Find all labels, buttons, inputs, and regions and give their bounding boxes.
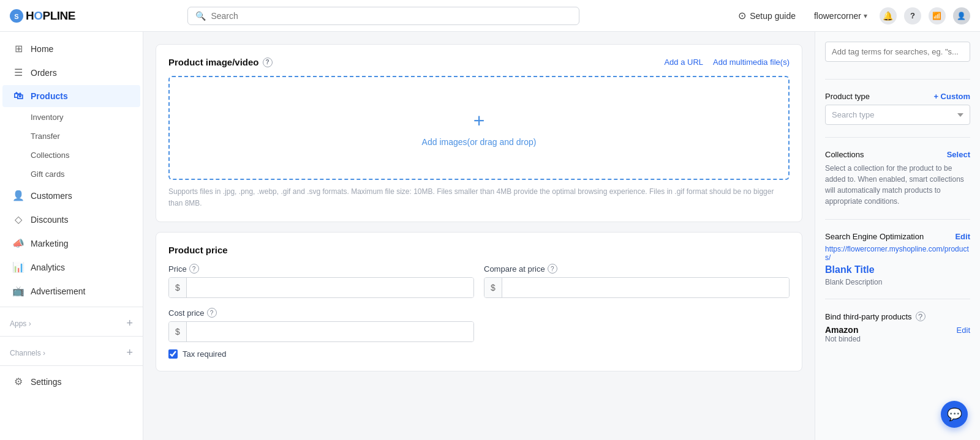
amazon-status: Not binded bbox=[825, 335, 970, 343]
product-image-actions: Add a URL Add multimedia file(s) bbox=[664, 58, 790, 67]
sidebar-item-label: Customers bbox=[31, 191, 72, 201]
product-image-help-icon[interactable]: ? bbox=[263, 58, 273, 67]
sidebar-item-customers[interactable]: 👤 Customers bbox=[2, 184, 140, 207]
apps-add-button[interactable]: + bbox=[126, 317, 133, 330]
sidebar-item-label: Settings bbox=[31, 377, 62, 387]
compare-price-help-icon[interactable]: ? bbox=[548, 264, 557, 274]
price-help-icon[interactable]: ? bbox=[189, 264, 199, 274]
amazon-edit-button[interactable]: Edit bbox=[957, 326, 970, 335]
bind-label: Bind third-party products bbox=[825, 312, 912, 321]
sidebar-item-discounts[interactable]: ◇ Discounts bbox=[2, 208, 140, 231]
product-type-section: Product type + Custom Search type bbox=[825, 92, 970, 138]
logo: S HOPLINE bbox=[10, 9, 108, 23]
sidebar-sub-item-inventory[interactable]: Inventory bbox=[2, 108, 140, 126]
discounts-icon: ◇ bbox=[12, 214, 24, 225]
tags-input[interactable] bbox=[825, 42, 970, 62]
store-name[interactable]: flowercorner ▾ bbox=[809, 9, 872, 23]
product-price-card: Product price Price ? $ bbox=[156, 232, 802, 371]
sidebar-sub-item-gift-cards[interactable]: Gift cards bbox=[2, 165, 140, 183]
svg-text:S: S bbox=[14, 12, 18, 20]
bind-help-icon[interactable]: ? bbox=[916, 311, 925, 321]
add-multimedia-button[interactable]: Add multimedia file(s) bbox=[713, 58, 790, 67]
price-input-wrapper: $ bbox=[168, 277, 474, 298]
help-button[interactable]: ? bbox=[904, 7, 921, 24]
custom-button[interactable]: + Custom bbox=[933, 92, 970, 101]
upload-hint: Supports files in .jpg, .png, .webp, .gi… bbox=[168, 186, 790, 209]
notification-button[interactable]: 🔔 bbox=[880, 7, 897, 24]
price-group: Price ? $ bbox=[168, 264, 474, 298]
compare-price-input[interactable] bbox=[502, 278, 789, 297]
avatar[interactable]: 👤 bbox=[953, 7, 970, 24]
seo-section: Search Engine Optimization Edit https://… bbox=[825, 232, 970, 299]
sidebar-divider-3 bbox=[0, 365, 143, 366]
products-icon: 🛍 bbox=[12, 91, 24, 102]
setup-guide-label: Setup guide bbox=[750, 11, 796, 21]
cost-price-label: Cost price ? bbox=[168, 308, 474, 318]
channels-label[interactable]: Channels › bbox=[10, 349, 45, 357]
main-content: Product image/video ? Add a URL Add mult… bbox=[143, 32, 815, 440]
product-image-title: Product image/video ? bbox=[168, 57, 273, 67]
upload-area[interactable]: + Add images(or drag and drop) bbox=[168, 76, 790, 180]
bind-header: Bind third-party products ? bbox=[825, 311, 970, 321]
chat-fab-button[interactable]: 💬 bbox=[941, 401, 968, 428]
product-price-title: Product price bbox=[168, 245, 790, 255]
add-url-button[interactable]: Add a URL bbox=[664, 58, 703, 67]
sidebar-item-marketing[interactable]: 📣 Marketing bbox=[2, 232, 140, 255]
search-icon: 🔍 bbox=[195, 11, 206, 21]
setup-guide-button[interactable]: ⊙ Setup guide bbox=[732, 6, 802, 25]
seo-product-desc: Blank Description bbox=[825, 278, 970, 286]
amazon-bind-item: Amazon Edit bbox=[825, 325, 970, 335]
tax-row: Tax required bbox=[168, 349, 790, 359]
sidebar-item-home[interactable]: ⊞ Home bbox=[2, 37, 140, 60]
sidebar-item-label: Orders bbox=[31, 68, 57, 78]
bind-section: Bind third-party products ? Amazon Edit … bbox=[825, 311, 970, 356]
sidebar-item-label: Analytics bbox=[31, 263, 65, 272]
product-image-header: Product image/video ? Add a URL Add mult… bbox=[168, 57, 790, 67]
sidebar-sub-item-transfer[interactable]: Transfer bbox=[2, 127, 140, 145]
price-label: Price ? bbox=[168, 264, 474, 274]
sidebar-sub-item-collections[interactable]: Collections bbox=[2, 146, 140, 164]
header-right: ⊙ Setup guide flowercorner ▾ 🔔 ? 📶 👤 bbox=[732, 6, 970, 25]
orders-icon: ☰ bbox=[12, 67, 24, 78]
store-name-text: flowercorner bbox=[814, 11, 861, 21]
search-bar: 🔍 bbox=[187, 7, 579, 25]
collections-select-button[interactable]: Select bbox=[947, 150, 970, 159]
chevron-down-icon: ▾ bbox=[864, 12, 867, 20]
sidebar-item-settings[interactable]: ⚙ Settings bbox=[2, 370, 140, 393]
sidebar-sub-label: Collections bbox=[31, 151, 70, 160]
search-input[interactable] bbox=[211, 11, 571, 21]
sidebar-divider-1 bbox=[0, 307, 143, 307]
sidebar-sub-label: Inventory bbox=[31, 113, 63, 122]
sidebar-item-label: Marketing bbox=[31, 239, 68, 248]
cost-price-input-wrapper: $ bbox=[168, 321, 474, 342]
compare-price-label: Compare at price ? bbox=[484, 264, 790, 274]
compare-price-group: Compare at price ? $ bbox=[484, 264, 790, 298]
cost-price-prefix: $ bbox=[169, 322, 187, 341]
sidebar-item-products[interactable]: 🛍 Products bbox=[2, 85, 140, 107]
sidebar-item-label: Advertisement bbox=[31, 286, 85, 296]
collections-label: Collections bbox=[825, 150, 864, 159]
tax-label: Tax required bbox=[183, 349, 227, 359]
sidebar-item-advertisement[interactable]: 📺 Advertisement bbox=[2, 280, 140, 302]
sidebar-item-analytics[interactable]: 📊 Analytics bbox=[2, 256, 140, 278]
marketing-icon: 📣 bbox=[12, 237, 24, 249]
product-type-select[interactable]: Search type bbox=[825, 105, 970, 125]
price-grid: Price ? $ Compare at price ? bbox=[168, 264, 790, 298]
cost-price-help-icon[interactable]: ? bbox=[207, 308, 217, 318]
compare-price-input-wrapper: $ bbox=[484, 277, 790, 298]
compare-price-prefix: $ bbox=[484, 278, 502, 297]
wifi-button[interactable]: 📶 bbox=[929, 7, 946, 24]
setup-guide-icon: ⊙ bbox=[738, 10, 746, 21]
sidebar-item-orders[interactable]: ☰ Orders bbox=[2, 61, 140, 84]
tags-section bbox=[825, 42, 970, 80]
sidebar-item-label: Home bbox=[31, 44, 53, 54]
seo-edit-button[interactable]: Edit bbox=[955, 232, 970, 241]
seo-url: https://flowercorner.myshopline.com/prod… bbox=[825, 245, 970, 262]
tax-checkbox[interactable] bbox=[168, 349, 178, 359]
apps-label[interactable]: Apps › bbox=[10, 319, 31, 328]
cost-price-input[interactable] bbox=[187, 322, 473, 341]
price-input[interactable] bbox=[187, 278, 473, 297]
channels-add-button[interactable]: + bbox=[126, 346, 133, 359]
seo-label: Search Engine Optimization bbox=[825, 232, 924, 241]
sidebar-sub-label: Transfer bbox=[31, 132, 60, 141]
